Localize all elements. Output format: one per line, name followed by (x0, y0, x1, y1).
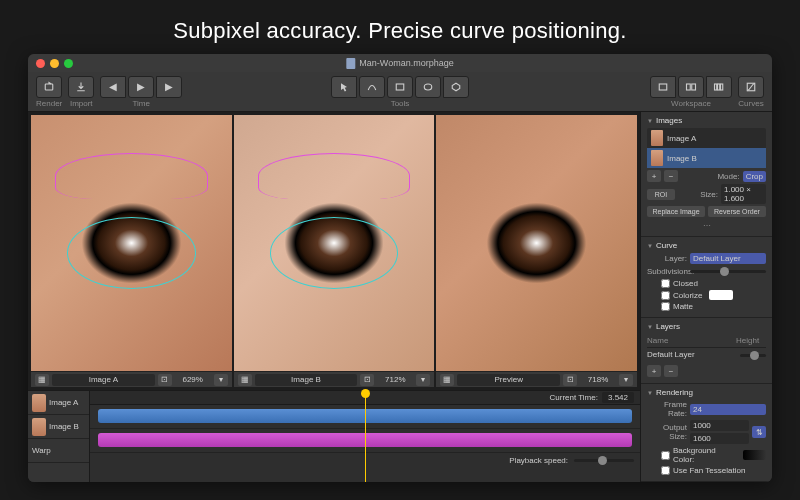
rendering-section: Rendering Frame Rate: 24 Output Size: 10… (641, 384, 772, 482)
more-icon[interactable]: ⋯ (647, 219, 766, 232)
colorize-swatch[interactable] (709, 290, 733, 300)
reverse-order-button[interactable]: Reverse Order (708, 206, 766, 217)
svg-rect-3 (659, 84, 667, 90)
size-value: 1.000 × 1.600 (721, 184, 766, 204)
replace-image-button[interactable]: Replace Image (647, 206, 705, 217)
vp-c-label[interactable]: Preview (457, 374, 560, 386)
layers-header[interactable]: Layers (647, 322, 766, 331)
viewport-preview[interactable]: ▦ Preview ⊡ 718% ▾ (436, 115, 637, 387)
eyebrow-curve[interactable] (55, 153, 208, 199)
viewport-image-b[interactable]: ▦ Image B ⊡ 712% ▾ (234, 115, 435, 387)
playback-speed-slider[interactable] (574, 459, 634, 462)
workspace-2-button[interactable] (678, 76, 704, 98)
vp-c-zoom-menu[interactable]: ▾ (619, 374, 633, 386)
bgcolor-swatch[interactable] (743, 450, 766, 460)
subdiv-slider[interactable] (690, 270, 766, 273)
add-image-button[interactable]: + (647, 170, 661, 182)
tool-pointer[interactable] (331, 76, 357, 98)
track-warp[interactable]: Warp (28, 439, 89, 463)
size-label: Size: (678, 190, 718, 199)
add-layer-button[interactable]: + (647, 365, 661, 377)
render-button[interactable] (36, 76, 62, 98)
vp-c-zoom[interactable]: 718% (580, 375, 616, 384)
vp-a-zoom-menu[interactable]: ▾ (214, 374, 228, 386)
images-header[interactable]: Images (647, 116, 766, 125)
track-image-b[interactable]: Image B (28, 415, 89, 439)
image-list-item-a[interactable]: Image A (647, 128, 766, 148)
current-time-label: Current Time: (550, 393, 598, 402)
toolbar: Render Import ◀ ▶ ▶ Time Tools (28, 72, 772, 112)
import-button[interactable] (68, 76, 94, 98)
link-icon[interactable]: ⇅ (752, 426, 766, 438)
images-list: Image A Image B (647, 128, 766, 168)
zoom-window-button[interactable] (64, 59, 73, 68)
inspector: Images Image A Image B + − Mode: (640, 112, 772, 482)
eye-curve[interactable] (67, 217, 195, 289)
colorize-check[interactable]: Colorize (647, 290, 766, 300)
thumb-a (651, 130, 663, 146)
vp-c-fit-button[interactable]: ⊡ (563, 374, 577, 386)
workspace-1-button[interactable] (650, 76, 676, 98)
workspace-3-button[interactable] (706, 76, 732, 98)
tool-mask[interactable] (443, 76, 469, 98)
tool-rect[interactable] (387, 76, 413, 98)
closed-check[interactable]: Closed (647, 279, 766, 288)
svg-rect-4 (687, 84, 691, 90)
layer-height-slider[interactable] (740, 354, 766, 357)
eye-curve-b[interactable] (270, 217, 398, 289)
curve-header[interactable]: Curve (647, 241, 766, 250)
track-thumb-a (32, 394, 46, 412)
tool-ellipse[interactable] (415, 76, 441, 98)
close-window-button[interactable] (36, 59, 45, 68)
remove-image-button[interactable]: − (664, 170, 678, 182)
eyebrow-curve-b[interactable] (258, 153, 411, 199)
images-section: Images Image A Image B + − Mode: (641, 112, 772, 237)
tool-curve[interactable] (359, 76, 385, 98)
track-image-a[interactable]: Image A (28, 391, 89, 415)
vp-a-mode-button[interactable]: ▦ (35, 374, 49, 386)
vp-a-zoom[interactable]: 629% (175, 375, 211, 384)
curves-panel-button[interactable] (738, 76, 764, 98)
viewport-image-a[interactable]: ▦ Image A ⊡ 629% ▾ (31, 115, 232, 387)
col-height: Height (736, 336, 766, 345)
workspace-label: Workspace (671, 99, 711, 108)
bgcolor-check[interactable]: Background Color: (647, 446, 766, 464)
minimize-window-button[interactable] (50, 59, 59, 68)
playhead[interactable] (365, 391, 366, 482)
framerate-label: Frame Rate: (647, 400, 687, 418)
vp-a-fit-button[interactable]: ⊡ (158, 374, 172, 386)
mode-label: Mode: (700, 172, 740, 181)
svg-rect-0 (45, 84, 53, 90)
vp-b-fit-button[interactable]: ⊡ (360, 374, 374, 386)
matte-check[interactable]: Matte (647, 302, 766, 311)
vp-b-zoom[interactable]: 712% (377, 375, 413, 384)
time-play-button[interactable]: ▶ (128, 76, 154, 98)
vp-a-label[interactable]: Image A (52, 374, 155, 386)
svg-rect-1 (396, 84, 404, 90)
rendering-header[interactable]: Rendering (647, 388, 766, 397)
vp-b-zoom-menu[interactable]: ▾ (416, 374, 430, 386)
roi-button[interactable]: ROI (647, 189, 675, 200)
vp-b-mode-button[interactable]: ▦ (238, 374, 252, 386)
mode-popup[interactable]: Crop (743, 171, 766, 182)
fan-check[interactable]: Use Fan Tesselation (647, 466, 766, 475)
output-h[interactable]: 1600 (690, 433, 749, 444)
thumb-b (651, 150, 663, 166)
layer-row[interactable]: Default Layer (647, 348, 766, 363)
current-time-value[interactable]: 3.542 (602, 392, 634, 403)
tools-label: Tools (391, 99, 410, 108)
svg-rect-7 (718, 84, 720, 90)
vp-b-label[interactable]: Image B (255, 374, 358, 386)
image-list-item-b[interactable]: Image B (647, 148, 766, 168)
layer-popup[interactable]: Default Layer (690, 253, 766, 264)
viewports: ▦ Image A ⊡ 629% ▾ ▦ Image B (28, 112, 640, 390)
svg-rect-8 (721, 84, 723, 90)
framerate-popup[interactable]: 24 (690, 404, 766, 415)
time-prev-button[interactable]: ◀ (100, 76, 126, 98)
remove-layer-button[interactable]: − (664, 365, 678, 377)
output-w[interactable]: 1000 (690, 420, 749, 431)
hero-tagline: Subpixel accuracy. Precise curve positio… (0, 0, 800, 54)
vp-c-mode-button[interactable]: ▦ (440, 374, 454, 386)
output-label: Output Size: (647, 423, 687, 441)
time-next-button[interactable]: ▶ (156, 76, 182, 98)
